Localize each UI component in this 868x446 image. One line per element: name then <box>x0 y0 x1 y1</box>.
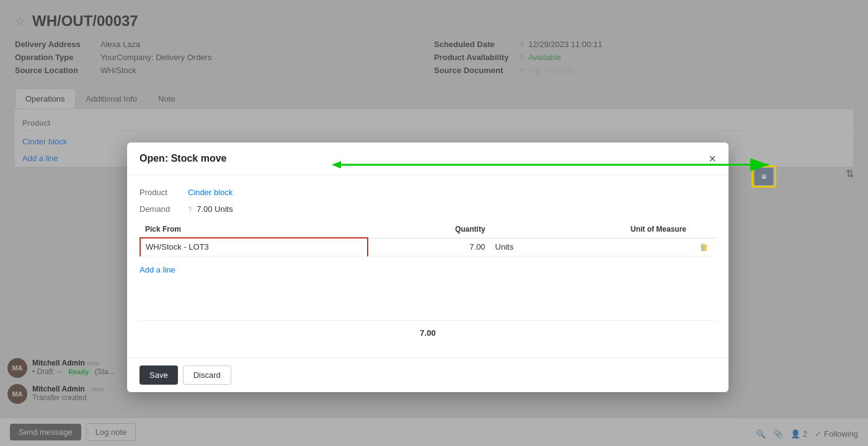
modal-title: Open: Stock move <box>140 153 226 164</box>
modal-body: Product Cinder block Demand ? 7.00 Units… <box>127 175 728 357</box>
unit-cell: Units <box>490 238 691 256</box>
quantity-cell: 7.00 <box>368 238 490 256</box>
modal-demand-value: 7.00 Units <box>197 204 233 214</box>
modal-save-button[interactable]: Save <box>140 365 178 385</box>
modal-product-row: Product Cinder block <box>140 188 716 197</box>
modal-product-label: Product <box>140 188 183 197</box>
modal-total-value: 7.00 <box>420 328 435 338</box>
modal-header: Open: Stock move × <box>127 142 728 175</box>
table-row: WH/Stock - LOT37.00Units🗑 <box>140 238 716 256</box>
modal-total-row: 7.00 <box>140 320 716 345</box>
stock-move-modal: Open: Stock move × Product Cinder block … <box>127 142 728 392</box>
modal-demand-row: Demand ? 7.00 Units <box>140 204 716 214</box>
modal-add-line-link[interactable]: Add a line <box>140 261 183 278</box>
pick-from-cell[interactable]: WH/Stock - LOT3 <box>140 238 368 256</box>
delete-row-icon[interactable]: 🗑 <box>699 242 708 252</box>
modal-footer: Save Discard <box>127 357 728 392</box>
pick-from-table: Pick From Quantity Unit of Measure WH/St… <box>140 221 716 256</box>
modal-discard-button[interactable]: Discard <box>183 365 231 385</box>
col-pick-from: Pick From <box>140 221 368 238</box>
modal-demand-label: Demand <box>140 204 183 214</box>
col-unit-of-measure: Unit of Measure <box>490 221 691 238</box>
modal-close-button[interactable]: × <box>709 152 716 165</box>
modal-demand-help: ? <box>188 206 192 213</box>
modal-product-value: Cinder block <box>188 188 232 197</box>
col-quantity: Quantity <box>368 221 490 238</box>
